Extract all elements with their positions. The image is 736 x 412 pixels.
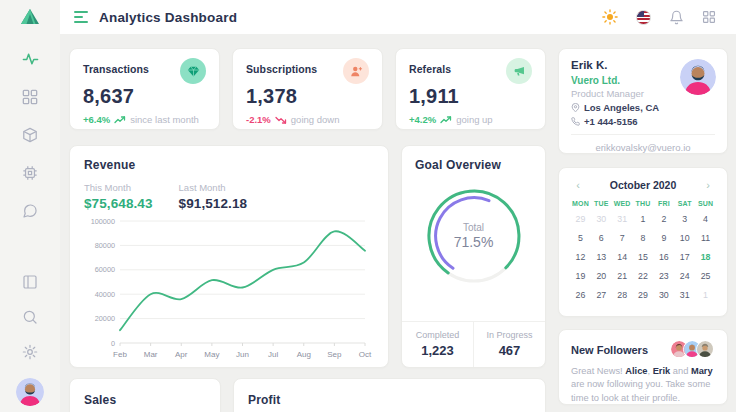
follower-avatar-mary[interactable] [696,340,715,359]
profile-email[interactable]: erikkovalsky@vuero.io [571,134,715,153]
sales-title: Sales [84,393,206,407]
calendar-day[interactable]: 24 [674,266,695,285]
calendar-day[interactable]: 3 [674,209,695,228]
sidebar-item-activity[interactable] [21,50,39,68]
calendar-day[interactable]: 2 [653,209,674,228]
revenue-line-chart: 020000400006000080000100000FebMarAprMayJ… [84,213,374,365]
calendar-day[interactable]: 27 [591,285,612,304]
sidebar-bottom [16,273,44,406]
sidebar-item-settings[interactable] [21,343,39,361]
goal-title: Goal Overview [402,158,545,172]
message-text: are now following you. Take some time to… [571,379,710,402]
calendar-day[interactable]: 8 [633,228,654,247]
calendar-day[interactable]: 12 [570,247,591,266]
sidebar-item-dashboard[interactable] [21,88,39,106]
calendar-day[interactable]: 14 [612,247,633,266]
svg-text:60000: 60000 [95,265,115,274]
activity-icon [22,51,39,68]
calendar-day[interactable]: 29 [570,209,591,228]
sidebar-item-system[interactable] [21,164,39,182]
message-text: and [670,366,691,376]
calendar-weekday: THU [633,200,654,207]
profile-avatar [680,59,716,95]
calendar-day[interactable]: 22 [633,266,654,285]
sidebar-nav [21,50,39,220]
calendar-day[interactable]: 11 [695,228,716,247]
svg-text:Mar: Mar [144,350,158,359]
calendar-day[interactable]: 9 [653,228,674,247]
calendar-day[interactable]: 15 [633,247,654,266]
topbar-actions [601,8,718,26]
svg-text:20000: 20000 [95,314,115,323]
main-column: Transactions 8,637 +6.4% since last mont… [69,48,546,412]
sidebar-item-components[interactable] [21,126,39,144]
calendar-day[interactable]: 10 [674,228,695,247]
calendar-day[interactable]: 26 [570,285,591,304]
sidebar-item-search[interactable] [21,308,39,326]
revenue-title: Revenue [84,158,374,172]
calendar-day[interactable]: 13 [591,247,612,266]
svg-text:Jul: Jul [268,350,278,359]
trend-up-icon [440,116,452,124]
calendar-day[interactable]: 31 [674,285,695,304]
svg-text:Aug: Aug [297,350,311,359]
calendar-day[interactable]: 30 [591,209,612,228]
user-plus-icon [350,65,363,78]
apps-menu-button[interactable] [700,8,718,26]
calendar-weekday: WED [612,200,633,207]
calendar-day[interactable]: 5 [570,228,591,247]
calendar-day[interactable]: 16 [653,247,674,266]
svg-text:Sep: Sep [327,350,342,359]
calendar-grid: 2930311234567891011121314151617181920212… [570,209,716,304]
calendar-day[interactable]: 7 [612,228,633,247]
calendar-day[interactable]: 21 [612,266,633,285]
calendar-prev-button[interactable]: ‹ [570,177,586,193]
sidebar-user-avatar[interactable] [16,378,44,406]
calendar-day[interactable]: 23 [653,266,674,285]
calendar-day[interactable]: 29 [633,285,654,304]
calendar-next-button[interactable]: › [700,177,716,193]
referals-card: Referals 1,911 +4.2% going up [395,48,546,130]
language-selector-button[interactable] [634,8,652,26]
calendar-day[interactable]: 28 [612,285,633,304]
menu-toggle-button[interactable] [74,11,88,23]
svg-text:Oct: Oct [359,350,372,359]
calendar-day[interactable]: 25 [695,266,716,285]
bell-icon [669,10,684,25]
app-logo[interactable] [0,0,60,34]
calendar-nav: ‹ October 2020 › [570,177,716,193]
profile-location-row: Los Angeles, CA [571,102,715,113]
svg-text:Apr: Apr [175,350,188,359]
goal-in-progress: In Progress 467 [474,322,545,367]
new-followers-card: New Followers Great News! Alice, Erik [558,329,728,405]
sidebar-item-messages[interactable] [21,202,39,220]
page-title: Analytics Dashboard [99,10,237,25]
goal-footer: Completed 1,223 In Progress 467 [402,321,545,367]
calendar-day[interactable]: 31 [612,209,633,228]
svg-text:0: 0 [111,339,115,348]
profile-phone-row: +1 444-5156 [571,116,715,127]
topbar: Analytics Dashboard [60,0,736,34]
goal-completed: Completed 1,223 [402,322,474,367]
cpu-icon [22,165,38,181]
calendar-weekday: SUN [695,200,716,207]
notifications-button[interactable] [667,8,685,26]
theme-toggle-button[interactable] [601,8,619,26]
phone-icon [571,117,580,126]
calendar-day[interactable]: 17 [674,247,695,266]
calendar-day[interactable]: 4 [695,209,716,228]
calendar-day[interactable]: 30 [653,285,674,304]
calendar-day[interactable]: 18 [695,247,716,266]
calendar-day[interactable]: 20 [591,266,612,285]
follower-name: Erik [653,366,671,376]
svg-text:Jun: Jun [236,350,249,359]
calendar-day[interactable]: 19 [570,266,591,285]
sidebar-item-panels[interactable] [21,273,39,291]
calendar-day[interactable]: 1 [695,285,716,304]
stat-trend: +6.4% since last month [83,114,206,125]
calendar-day[interactable]: 6 [591,228,612,247]
calendar-day[interactable]: 1 [633,209,654,228]
main-content: Transactions 8,637 +6.4% since last mont… [60,34,736,412]
svg-text:40000: 40000 [95,290,115,299]
stat-value: 1,378 [246,85,369,108]
